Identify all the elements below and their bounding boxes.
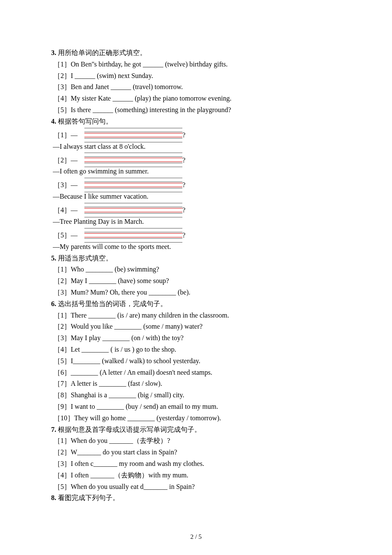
q4-answer: —I always start class at 8 o'clock.: [51, 142, 341, 152]
q4-item-number: ［2］—: [54, 155, 78, 166]
q4-question-row: ［2］— ?: [51, 153, 341, 165]
answer-blank[interactable]: [84, 203, 182, 217]
q6-item: ［2］Would you like ________ (some / many)…: [51, 321, 341, 332]
q4-answer: —Tree Planting Day is in March.: [51, 217, 341, 227]
q5-item: ［1］Who ________ (be) swimming?: [51, 264, 341, 275]
q3-item: ［4］My sister Kate ______ (play) the pian…: [51, 93, 341, 104]
q5-item: ［3］Mum? Mum? Oh, there you ________ (be)…: [51, 287, 341, 298]
q4-question-row: ［5］— ?: [51, 228, 341, 241]
q6-header: 6. 选出括号里恰当的词语，完成句子。: [51, 299, 341, 309]
q4-question-row: ［1］— ?: [51, 128, 341, 141]
q6-instructions: 选出括号里恰当的词语，完成句子。: [58, 300, 167, 307]
q3-item: ［3］Ben and Janet ______ (travel) tomorro…: [51, 82, 341, 92]
q5-item: ［2］May I ________ (have) some soup?: [51, 276, 341, 286]
q4-item-number: ［4］—: [54, 205, 78, 216]
q4-instructions: 根据答句写问句。: [58, 118, 112, 125]
q3-instructions: 用所给单词的正确形式填空。: [58, 49, 147, 56]
q6-item: ［5］I________ (walked / walk) to school y…: [51, 356, 341, 367]
q3-item: ［5］Is there ______ (something) interesti…: [51, 105, 341, 116]
q5-instructions: 用适当形式填空。: [58, 254, 112, 262]
q7-number: 7.: [51, 426, 56, 433]
worksheet-page: 3. 用所给单词的正确形式填空。 ［1］On Ben''s birthday, …: [0, 0, 392, 555]
q8-instructions: 看图完成下列句子。: [58, 494, 119, 501]
q4-item-number: ［3］—: [54, 180, 78, 191]
q6-item: ［8］Shanghai is a ________ (big / small) …: [51, 390, 341, 401]
answer-blank[interactable]: [84, 128, 182, 142]
q7-item: ［1］When do you _______（去学校）?: [51, 436, 341, 446]
q6-item: ［4］Let ________ ( is / us ) go to the sh…: [51, 344, 341, 355]
question-mark: ?: [182, 230, 185, 241]
q8-header: 8. 看图完成下列句子。: [51, 493, 341, 503]
question-mark: ?: [182, 205, 185, 216]
q6-item: ［1］There ________ (is / are) many childr…: [51, 310, 341, 321]
answer-blank[interactable]: [84, 153, 182, 167]
q7-item: ［2］W_______ do you start class in Spain?: [51, 447, 341, 458]
q4-question-row: ［3］— ?: [51, 178, 341, 191]
q8-number: 8.: [51, 494, 56, 501]
q4-number: 4.: [51, 118, 56, 125]
q3-item: ［1］On Ben''s birthday, he got ______ (tw…: [51, 59, 341, 70]
q6-item: ［7］A letter is ________ (fast / slow).: [51, 379, 341, 389]
question-mark: ?: [182, 180, 185, 191]
q7-header: 7. 根据句意及首字母或汉语提示写单词完成句子。: [51, 425, 341, 435]
q3-number: 3.: [51, 49, 56, 56]
q7-item: ［3］I often c_______ my room and wash my …: [51, 459, 341, 469]
q3-header: 3. 用所给单词的正确形式填空。: [51, 48, 341, 58]
answer-blank[interactable]: [84, 178, 182, 192]
q7-instructions: 根据句意及首字母或汉语提示写单词完成句子。: [58, 426, 201, 433]
q4-answer: —My parents will come to the sports meet…: [51, 242, 341, 252]
q4-question-row: ［4］— ?: [51, 203, 341, 216]
q4-header: 4. 根据答句写问句。: [51, 116, 341, 127]
q5-number: 5.: [51, 254, 56, 262]
q4-item-number: ［5］—: [54, 230, 78, 241]
question-mark: ?: [182, 155, 185, 166]
q5-header: 5. 用适当形式填空。: [51, 253, 341, 264]
q4-answer: —I often go swimming in summer.: [51, 166, 341, 177]
q6-number: 6.: [51, 300, 56, 307]
q7-item: ［4］I often _______（去购物）with my mum.: [51, 470, 341, 481]
q4-item-number: ［1］—: [54, 130, 78, 141]
q4-answer: —Because I like summer vacation.: [51, 191, 341, 202]
q7-item: ［5］When do you usually eat d_______ in S…: [51, 482, 341, 492]
q6-item: ［6］________ (A letter / An email) doesn'…: [51, 367, 341, 378]
q6-item: ［9］I want to ________ (buy / send) an em…: [51, 402, 341, 412]
page-number: 2 / 5: [51, 533, 341, 541]
question-mark: ?: [182, 130, 185, 141]
q3-item: ［2］I ______ (swim) next Sunday.: [51, 71, 341, 81]
q6-item: ［10］They will go home ________ (yesterda…: [51, 413, 341, 424]
q6-item: ［3］May I play ________ (on / with) the t…: [51, 333, 341, 344]
answer-blank[interactable]: [84, 228, 182, 243]
